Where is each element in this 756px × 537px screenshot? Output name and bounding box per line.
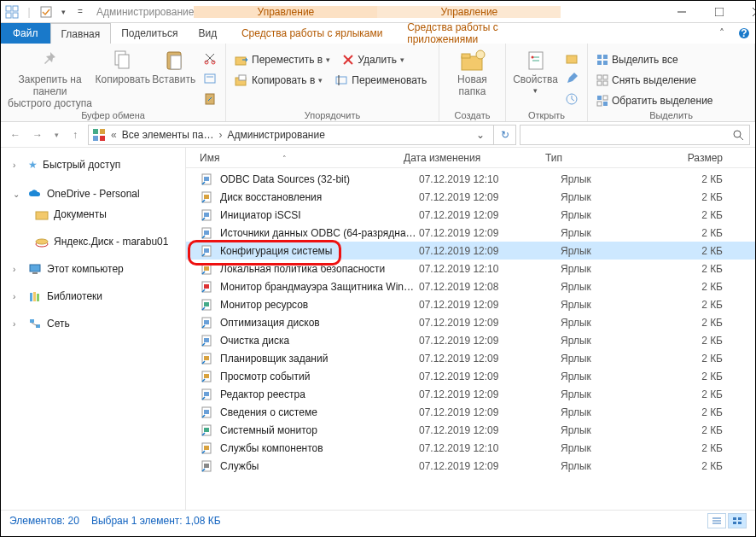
- copyto-button[interactable]: Копировать в ▾: [231, 71, 326, 90]
- pin-quickaccess-button[interactable]: Закрепить на панели быстрого доступа: [6, 45, 94, 109]
- selectall-button[interactable]: Выделить все: [593, 50, 717, 69]
- rename-button[interactable]: Переименовать: [331, 71, 430, 90]
- back-button[interactable]: ←: [6, 125, 25, 144]
- nav-onedrive[interactable]: ⌄OneDrive - Personal: [4, 184, 182, 204]
- svg-rect-70: [204, 231, 209, 235]
- minimize-button[interactable]: [663, 1, 701, 23]
- search-box[interactable]: [520, 125, 750, 145]
- up-button[interactable]: ↑: [66, 125, 84, 144]
- svg-rect-2: [6, 13, 11, 18]
- file-icon: [200, 172, 215, 186]
- address-bar[interactable]: « Все элементы па… › Администрирование ⌄: [88, 125, 494, 145]
- svg-rect-94: [204, 446, 209, 450]
- svg-rect-28: [462, 54, 470, 58]
- file-icon: [200, 334, 215, 347]
- pc-icon: [28, 263, 42, 275]
- paste-shortcut-button[interactable]: [200, 90, 220, 108]
- col-name[interactable]: Имя ˄: [186, 152, 404, 164]
- home-tab[interactable]: Главная: [50, 23, 112, 44]
- share-tab[interactable]: Поделиться: [111, 23, 188, 44]
- qat-dropdown-icon[interactable]: ▾: [55, 4, 71, 20]
- svg-rect-42: [597, 96, 602, 100]
- history-button[interactable]: [561, 90, 582, 108]
- file-row[interactable]: Источники данных ODBC (64-разрядна…07.12…: [186, 224, 755, 242]
- nav-yadisk[interactable]: Яндекс.Диск - marabu01: [4, 231, 182, 252]
- nav-thispc[interactable]: ›Этот компьютер: [4, 259, 182, 279]
- file-row[interactable]: Очистка диска07.12.2019 12:09Ярлык2 КБ: [186, 331, 755, 349]
- nav-libraries[interactable]: ›Библиотеки: [4, 286, 182, 306]
- file-tab[interactable]: Файл: [1, 23, 50, 44]
- file-row[interactable]: Конфигурация системы07.12.2019 12:09Ярлы…: [186, 242, 755, 260]
- file-name: ODBC Data Sources (32-bit): [220, 173, 419, 185]
- file-rows: ODBC Data Sources (32-bit)07.12.2019 12:…: [186, 168, 755, 510]
- svg-point-50: [734, 131, 741, 137]
- cut-button[interactable]: [200, 49, 220, 67]
- edit-button[interactable]: [561, 69, 582, 88]
- file-row[interactable]: ODBC Data Sources (32-bit)07.12.2019 12:…: [186, 170, 755, 188]
- svg-rect-61: [36, 324, 40, 328]
- collapse-ribbon-icon[interactable]: ˄: [711, 23, 733, 44]
- file-row[interactable]: Оптимизация дисков07.12.2019 12:09Ярлык2…: [186, 313, 755, 331]
- shortcut-tools-tab[interactable]: Средства работы с ярлыками: [227, 23, 397, 44]
- close-button[interactable]: [738, 1, 756, 23]
- file-row[interactable]: Службы компонентов07.12.2019 12:10Ярлык2…: [186, 439, 755, 457]
- nav-network[interactable]: ›Сеть: [4, 313, 182, 334]
- file-size: 2 КБ: [668, 317, 755, 329]
- maximize-button[interactable]: [701, 1, 738, 23]
- file-row[interactable]: Редактор реестра07.12.2019 12:09Ярлык2 К…: [186, 385, 755, 403]
- svg-rect-59: [37, 294, 39, 301]
- view-icons-button[interactable]: [728, 513, 747, 528]
- file-row[interactable]: Просмотр событий07.12.2019 12:09Ярлык2 К…: [186, 367, 755, 385]
- forward-button[interactable]: →: [28, 125, 47, 144]
- svg-text:?: ?: [741, 27, 747, 39]
- nav-documents[interactable]: Документы: [4, 204, 182, 225]
- file-type: Ярлык: [561, 371, 668, 382]
- file-icon: [200, 316, 215, 330]
- newfolder-button[interactable]: Новая папка: [445, 45, 500, 98]
- invertsel-button[interactable]: Обратить выделение: [593, 91, 717, 110]
- file-icon: [200, 208, 215, 222]
- open-button[interactable]: [561, 49, 582, 67]
- breadcrumb-root[interactable]: Все элементы па…: [122, 129, 214, 141]
- col-size[interactable]: Размер: [653, 152, 755, 164]
- svg-rect-37: [603, 61, 608, 65]
- file-row[interactable]: Службы07.12.2019 12:09Ярлык2 КБ: [186, 457, 755, 475]
- col-date[interactable]: Дата изменения: [404, 152, 545, 164]
- breadcrumb-current[interactable]: Администрирование: [227, 129, 324, 141]
- file-icon: [200, 298, 215, 312]
- properties-button[interactable]: Свойства▾: [511, 45, 560, 95]
- moveto-button[interactable]: Переместить в ▾: [231, 50, 334, 69]
- file-row[interactable]: Монитор брандмауэра Защитника Win…07.12.…: [186, 277, 755, 295]
- refresh-button[interactable]: ↻: [494, 125, 516, 145]
- status-count: Элементов: 20: [9, 515, 79, 527]
- delete-button[interactable]: Удалить ▾: [339, 50, 408, 69]
- selectnone-button[interactable]: Снять выделение: [593, 71, 717, 90]
- file-size: 2 КБ: [668, 335, 755, 347]
- address-dropdown-icon[interactable]: ⌄: [471, 129, 490, 141]
- qat-checkbox-icon[interactable]: [38, 4, 54, 20]
- paste-button[interactable]: Вставить: [152, 45, 196, 86]
- status-bar: Элементов: 20 Выбран 1 элемент: 1,08 КБ: [1, 510, 755, 530]
- copy-button[interactable]: Копировать: [94, 45, 151, 86]
- file-row[interactable]: Диск восстановления07.12.2019 12:09Ярлык…: [186, 188, 755, 206]
- copypath-button[interactable]: [200, 69, 220, 88]
- help-icon[interactable]: ?: [733, 23, 755, 44]
- app-tools-tab[interactable]: Средства работы с приложениями: [397, 23, 580, 44]
- file-row[interactable]: Сведения о системе07.12.2019 12:09Ярлык2…: [186, 403, 755, 421]
- nav-quickaccess[interactable]: ›★Быстрый доступ: [4, 155, 182, 175]
- view-tab[interactable]: Вид: [188, 23, 227, 44]
- svg-point-31: [531, 56, 533, 59]
- file-row[interactable]: Локальная политика безопасности07.12.201…: [186, 260, 755, 277]
- file-row[interactable]: Планировщик заданий07.12.2019 12:09Ярлык…: [186, 349, 755, 367]
- file-row[interactable]: Системный монитор07.12.2019 12:09Ярлык2 …: [186, 421, 755, 439]
- file-name: Источники данных ODBC (64-разрядна…: [220, 227, 419, 239]
- file-row[interactable]: Инициатор iSCSI07.12.2019 12:09Ярлык2 КБ: [186, 206, 755, 224]
- col-type[interactable]: Тип: [545, 152, 653, 164]
- file-date: 07.12.2019 12:09: [419, 317, 561, 329]
- file-row[interactable]: Монитор ресурсов07.12.2019 12:09Ярлык2 К…: [186, 295, 755, 313]
- qat-overflow-icon[interactable]: =: [73, 4, 88, 20]
- view-details-button[interactable]: [707, 513, 726, 528]
- recent-dd[interactable]: ▾: [50, 125, 62, 144]
- file-name: Планировщик заданий: [220, 353, 419, 365]
- file-icon: [200, 459, 215, 473]
